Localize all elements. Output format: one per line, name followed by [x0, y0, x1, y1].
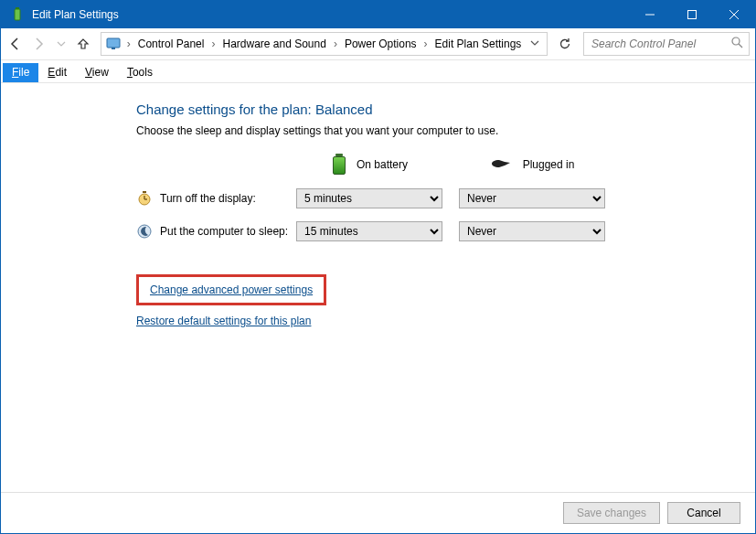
- menu-view[interactable]: View: [76, 63, 118, 82]
- crumb-hardware-sound[interactable]: Hardware and Sound: [217, 33, 331, 55]
- footer: Save changes Cancel: [1, 492, 755, 533]
- svg-line-9: [739, 44, 742, 48]
- search-input[interactable]: [590, 37, 731, 51]
- minimize-button[interactable]: [629, 1, 671, 28]
- menubar: File Edit View Tools: [1, 60, 755, 83]
- svg-rect-7: [112, 48, 115, 49]
- titlebar: Edit Plan Settings: [1, 1, 755, 28]
- svg-rect-0: [15, 9, 20, 20]
- search-icon: [731, 37, 743, 51]
- svg-rect-13: [143, 191, 146, 193]
- sleep-battery-select[interactable]: 15 minutes: [296, 221, 442, 241]
- maximize-button[interactable]: [671, 1, 713, 28]
- menu-edit[interactable]: Edit: [38, 63, 76, 82]
- display-battery-select[interactable]: 5 minutes: [296, 188, 442, 208]
- page-subtext: Choose the sleep and display settings th…: [136, 124, 648, 137]
- menu-tools[interactable]: Tools: [118, 63, 162, 82]
- plug-icon: [490, 156, 514, 174]
- page-heading: Change settings for the plan: Balanced: [136, 101, 648, 117]
- navbar: › Control Panel › Hardware and Sound › P…: [1, 28, 755, 60]
- chevron-right-icon: ›: [332, 37, 339, 50]
- chevron-right-icon: ›: [209, 37, 217, 50]
- cancel-button[interactable]: Cancel: [667, 502, 740, 524]
- svg-point-8: [732, 37, 740, 45]
- control-panel-icon: [105, 36, 122, 52]
- window-title: Edit Plan Settings: [32, 8, 119, 21]
- recent-locations-button[interactable]: [51, 33, 70, 55]
- sleep-moon-icon: [136, 223, 153, 240]
- search-box[interactable]: [583, 32, 750, 56]
- row-sleep-label: Put the computer to sleep:: [136, 223, 296, 240]
- column-plugged-in: Plugged in: [459, 156, 605, 174]
- forward-button[interactable]: [29, 33, 48, 55]
- up-button[interactable]: [74, 33, 93, 55]
- crumb-power-options[interactable]: Power Options: [339, 33, 422, 55]
- menu-file[interactable]: File: [3, 63, 38, 82]
- back-button[interactable]: [6, 33, 26, 55]
- close-button[interactable]: [713, 1, 755, 28]
- breadcrumb-dropdown[interactable]: [527, 37, 543, 50]
- content-area: Change settings for the plan: Balanced C…: [1, 83, 755, 492]
- highlight-box: Change advanced power settings: [136, 274, 326, 305]
- links: Change advanced power settings Restore d…: [136, 274, 648, 327]
- restore-defaults-link[interactable]: Restore default settings for this plan: [136, 315, 648, 327]
- svg-rect-3: [688, 11, 697, 19]
- column-on-battery: On battery: [296, 154, 442, 176]
- refresh-button[interactable]: [555, 33, 574, 55]
- crumb-control-panel[interactable]: Control Panel: [133, 33, 210, 55]
- svg-rect-1: [16, 7, 19, 9]
- svg-rect-6: [107, 38, 120, 48]
- window: Edit Plan Settings › Cont: [0, 0, 756, 534]
- display-timer-icon: [136, 190, 153, 207]
- change-advanced-link[interactable]: Change advanced power settings: [150, 283, 313, 296]
- row-display-label: Turn off the display:: [136, 190, 296, 207]
- battery-icon: [331, 154, 347, 176]
- crumb-edit-plan-settings[interactable]: Edit Plan Settings: [430, 33, 527, 55]
- sleep-plugged-select[interactable]: Never: [459, 221, 605, 241]
- app-icon: [10, 7, 25, 22]
- chevron-right-icon: ›: [422, 37, 430, 50]
- save-changes-button[interactable]: Save changes: [563, 502, 660, 524]
- settings-grid: On battery Plugged in Turn off the displ…: [136, 154, 648, 241]
- breadcrumb[interactable]: › Control Panel › Hardware and Sound › P…: [101, 32, 548, 56]
- display-plugged-select[interactable]: Never: [459, 188, 605, 208]
- chevron-right-icon: ›: [125, 37, 133, 50]
